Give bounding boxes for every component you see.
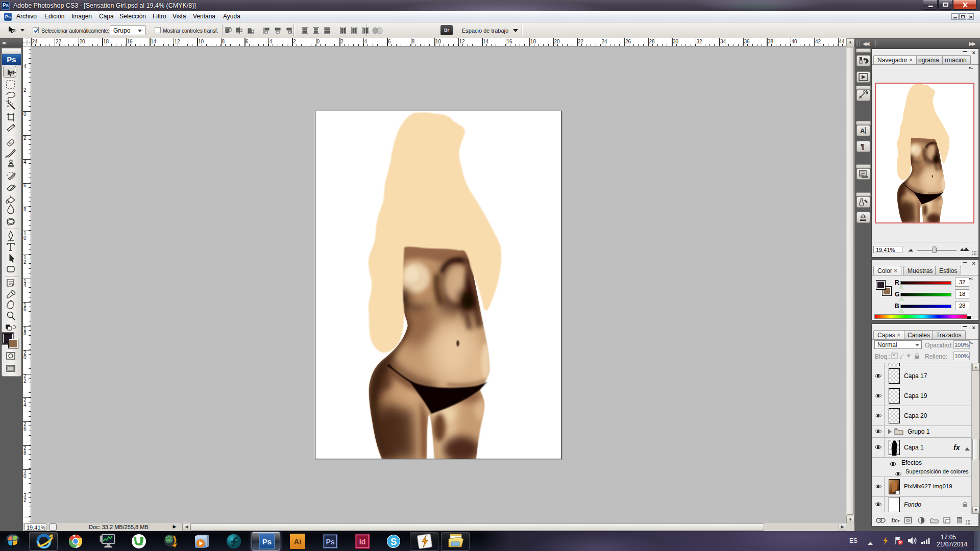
svg-text:Id: Id — [359, 538, 365, 546]
svg-text:Ps: Ps — [326, 538, 334, 546]
svg-text:A: A — [860, 127, 865, 135]
svg-text:Ps: Ps — [262, 537, 272, 546]
svg-text:¶: ¶ — [861, 142, 865, 151]
svg-text:S: S — [390, 536, 397, 547]
svg-text:Ai: Ai — [294, 537, 302, 546]
